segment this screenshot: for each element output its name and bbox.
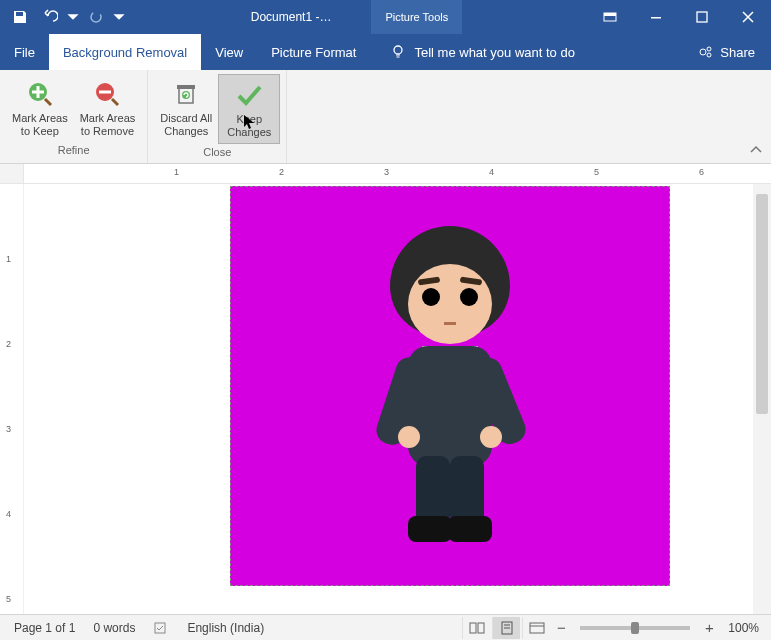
ribbon-options-icon xyxy=(603,10,617,24)
ribbon-group-close: Discard All Changes Keep Changes Close xyxy=(148,70,287,163)
svg-rect-15 xyxy=(155,623,165,633)
horizontal-ruler[interactable]: 1 2 3 4 5 6 xyxy=(0,164,771,184)
save-button[interactable] xyxy=(6,3,34,31)
close-icon xyxy=(742,11,754,23)
svg-point-6 xyxy=(700,49,706,55)
mark-areas-to-remove-button[interactable]: Mark Areas to Remove xyxy=(74,74,142,142)
zoom-in-button[interactable]: + xyxy=(700,619,718,636)
undo-button[interactable] xyxy=(36,3,64,31)
ribbon-tab-strip: File Background Removal View Picture For… xyxy=(0,34,771,70)
mark-keep-label: Mark Areas to Keep xyxy=(12,112,68,138)
share-button[interactable]: Share xyxy=(682,44,771,60)
mark-areas-to-keep-button[interactable]: Mark Areas to Keep xyxy=(6,74,74,142)
discard-label: Discard All Changes xyxy=(160,112,212,138)
ruler-mark: 3 xyxy=(6,424,11,434)
ruler-mark: 6 xyxy=(699,167,704,177)
minimize-button[interactable] xyxy=(633,0,679,34)
keep-changes-button[interactable]: Keep Changes xyxy=(218,74,280,144)
svg-rect-13 xyxy=(177,85,195,89)
zoom-out-button[interactable]: − xyxy=(552,619,570,636)
share-label: Share xyxy=(720,45,755,60)
collapse-ribbon-button[interactable] xyxy=(749,141,763,159)
web-layout-button[interactable] xyxy=(522,617,550,639)
share-icon xyxy=(698,44,714,60)
ruler-mark: 5 xyxy=(594,167,599,177)
ruler-mark: 1 xyxy=(6,254,11,264)
svg-rect-11 xyxy=(99,91,111,94)
maximize-button[interactable] xyxy=(679,0,725,34)
redo-icon xyxy=(88,9,104,25)
context-tab-picture-tools[interactable]: Picture Tools xyxy=(371,0,462,34)
tab-background-removal[interactable]: Background Removal xyxy=(49,34,201,70)
read-mode-button[interactable] xyxy=(462,617,490,639)
web-layout-icon xyxy=(529,622,545,634)
print-layout-icon xyxy=(500,621,514,635)
cursor-icon xyxy=(244,115,256,131)
document-title: Document1 -… xyxy=(251,10,332,24)
svg-point-8 xyxy=(707,53,711,57)
ruler-mark: 3 xyxy=(384,167,389,177)
tab-picture-format[interactable]: Picture Format xyxy=(257,34,370,70)
page-indicator[interactable]: Page 1 of 1 xyxy=(14,621,75,635)
discard-icon xyxy=(173,81,199,107)
ruler-mark: 4 xyxy=(6,509,11,519)
svg-rect-21 xyxy=(530,623,544,633)
document-area: 1 2 3 4 5 xyxy=(0,184,771,614)
close-group-label: Close xyxy=(203,146,231,160)
zoom-level[interactable]: 100% xyxy=(728,621,759,635)
vertical-ruler[interactable]: 1 2 3 4 5 xyxy=(0,184,24,614)
language-indicator[interactable]: English (India) xyxy=(187,621,264,635)
chevron-down-icon xyxy=(112,9,126,25)
tab-view[interactable]: View xyxy=(201,34,257,70)
minimize-icon xyxy=(649,10,663,24)
refine-group-label: Refine xyxy=(58,144,90,158)
ruler-mark: 5 xyxy=(6,594,11,604)
ruler-mark: 2 xyxy=(6,339,11,349)
ruler-mark: 1 xyxy=(174,167,179,177)
scrollbar-thumb[interactable] xyxy=(756,194,768,414)
ruler-mark: 4 xyxy=(489,167,494,177)
ruler-corner xyxy=(0,164,24,183)
ribbon-group-refine: Mark Areas to Keep Mark Areas to Remove … xyxy=(0,70,148,163)
quick-access-toolbar xyxy=(0,3,126,31)
chevron-up-icon xyxy=(749,145,763,155)
svg-rect-4 xyxy=(697,12,707,22)
zoom-slider[interactable] xyxy=(580,626,690,630)
page xyxy=(90,186,688,606)
page-canvas[interactable] xyxy=(24,184,753,614)
zoom-slider-thumb[interactable] xyxy=(631,622,639,634)
save-icon xyxy=(12,9,28,25)
ruler-mark: 2 xyxy=(279,167,284,177)
mark-keep-icon xyxy=(26,80,54,108)
ribbon: Mark Areas to Keep Mark Areas to Remove … xyxy=(0,70,771,164)
selected-image[interactable] xyxy=(230,186,670,586)
close-button[interactable] xyxy=(725,0,771,34)
redo-button[interactable] xyxy=(82,3,110,31)
tell-me-label: Tell me what you want to do xyxy=(414,45,574,60)
status-bar: Page 1 of 1 0 words English (India) − + … xyxy=(0,614,771,640)
tab-file[interactable]: File xyxy=(0,34,49,70)
tell-me-search[interactable]: Tell me what you want to do xyxy=(390,44,682,60)
read-mode-icon xyxy=(469,622,485,634)
print-layout-button[interactable] xyxy=(492,617,520,639)
svg-rect-16 xyxy=(470,623,476,633)
ribbon-display-options[interactable] xyxy=(587,0,633,34)
figure-content xyxy=(350,216,550,556)
svg-point-7 xyxy=(707,47,711,51)
discard-all-changes-button[interactable]: Discard All Changes xyxy=(154,74,218,144)
svg-rect-17 xyxy=(478,623,484,633)
svg-point-14 xyxy=(182,91,190,99)
vertical-scrollbar[interactable] xyxy=(753,184,771,614)
word-count[interactable]: 0 words xyxy=(93,621,135,635)
maximize-icon xyxy=(696,11,708,23)
svg-point-5 xyxy=(394,46,402,54)
undo-dropdown[interactable] xyxy=(66,3,80,31)
qat-customize[interactable] xyxy=(112,3,126,31)
svg-point-0 xyxy=(91,12,101,22)
title-bar: Document1 -… Picture Tools xyxy=(0,0,771,34)
mark-remove-label: Mark Areas to Remove xyxy=(80,112,136,138)
undo-icon xyxy=(42,9,58,25)
lightbulb-icon xyxy=(390,44,406,60)
spellcheck-icon[interactable] xyxy=(153,620,169,636)
svg-rect-3 xyxy=(651,17,661,19)
